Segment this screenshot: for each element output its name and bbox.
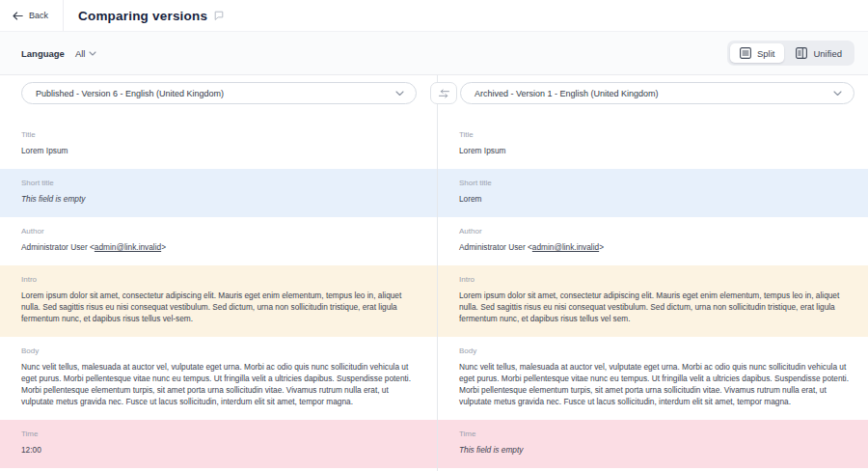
field-value: Lorem Ipsum: [21, 145, 416, 156]
diff-cell-right: TimeThis field is empty: [437, 420, 868, 468]
author-email-link[interactable]: admin@link.invalid: [532, 242, 599, 252]
field-value: Lorem ipsum dolor sit amet, consectetur …: [459, 290, 854, 324]
field-label: Author: [21, 227, 416, 236]
author-name-text: >: [599, 242, 604, 252]
diff-cell-right: AuthorAdministrator User <admin@link.inv…: [437, 217, 868, 265]
chevron-down-icon: [395, 91, 404, 97]
right-version-value: Archived - Version 1 - English (United K…: [475, 89, 659, 98]
split-view-label: Split: [757, 48, 774, 59]
field-value: Lorem ipsum dolor sit amet, consectetur …: [21, 290, 416, 324]
swap-versions-button[interactable]: [430, 82, 457, 104]
author-email-link[interactable]: admin@link.invalid: [95, 242, 161, 252]
field-label: Body: [459, 346, 854, 355]
view-mode-toggle: Split Unified: [727, 41, 854, 66]
unified-view-icon: [796, 47, 807, 59]
unified-view-label: Unified: [813, 48, 842, 59]
chevron-down-icon: [89, 51, 96, 56]
comparing-versions-page: Back Comparing versions Language All: [0, 0, 868, 471]
left-version-select[interactable]: Published - Version 6 - English (United …: [21, 82, 417, 104]
back-button[interactable]: Back: [0, 0, 63, 31]
split-view-button[interactable]: Split: [730, 43, 784, 63]
field-row-author: AuthorAdministrator User <admin@link.inv…: [0, 217, 868, 265]
field-row-body: BodyNunc velit tellus, malesuada at auct…: [0, 337, 868, 420]
diff-cell-left: Time12:00: [0, 420, 437, 468]
field-label: Author: [459, 227, 854, 236]
field-value: Nunc velit tellus, malesuada at auctor v…: [459, 361, 854, 407]
field-label: Intro: [459, 275, 854, 284]
page-title: Comparing versions: [78, 9, 207, 23]
field-value: Nunc velit tellus, malesuada at auctor v…: [21, 361, 416, 407]
language-selector[interactable]: All: [75, 48, 97, 59]
diff-cell-right: Short titleLorem: [437, 169, 868, 217]
field-row-time: Time12:00TimeThis field is empty: [0, 420, 868, 468]
split-view-icon: [740, 47, 751, 59]
field-label: Time: [459, 429, 854, 438]
comment-bubble-icon: [214, 11, 224, 20]
version-selector-row: Published - Version 6 - English (United …: [0, 75, 868, 121]
diff-cell-right: TitleLorem Ipsum: [437, 121, 868, 169]
diff-cell-left: Short titleThis field is empty: [0, 169, 437, 217]
back-label: Back: [29, 11, 48, 20]
field-label: Intro: [21, 275, 416, 284]
field-row-title: TitleLorem IpsumTitleLorem Ipsum: [0, 121, 868, 169]
author-name-text: Administrator User <: [459, 242, 532, 252]
header-divider: [63, 0, 64, 31]
field-value: Administrator User <admin@link.invalid>: [459, 241, 854, 253]
toolbar: Language All Split: [0, 31, 868, 75]
field-row-intro: IntroLorem ipsum dolor sit amet, consect…: [0, 265, 868, 337]
field-value: This field is empty: [459, 444, 854, 456]
right-version-select[interactable]: Archived - Version 1 - English (United K…: [460, 82, 854, 104]
field-value: 12:00: [21, 444, 416, 456]
field-value: Lorem: [459, 193, 854, 205]
field-value: This field is empty: [21, 193, 416, 205]
chevron-down-icon: [833, 91, 842, 97]
language-label: Language: [21, 48, 65, 59]
field-row-short-title: Short titleThis field is emptyShort titl…: [0, 169, 868, 217]
column-divider: [437, 75, 438, 471]
diff-cell-left: BodyNunc velit tellus, malesuada at auct…: [0, 337, 437, 420]
header: Back Comparing versions: [0, 0, 868, 31]
diff-cell-left: AuthorAdministrator User <admin@link.inv…: [0, 217, 437, 265]
field-label: Time: [21, 429, 416, 438]
diff-cell-right: IntroLorem ipsum dolor sit amet, consect…: [437, 265, 868, 337]
diff-cell-left: IntroLorem ipsum dolor sit amet, consect…: [0, 265, 437, 337]
language-value: All: [75, 48, 86, 59]
diff-cell-right: BodyNunc velit tellus, malesuada at auct…: [437, 337, 868, 420]
swap-icon: [438, 89, 450, 98]
field-label: Title: [459, 130, 854, 139]
diff-cell-left: TitleLorem Ipsum: [0, 121, 437, 169]
field-label: Title: [21, 130, 416, 139]
left-version-value: Published - Version 6 - English (United …: [36, 89, 224, 98]
diff-rows: TitleLorem IpsumTitleLorem IpsumShort ti…: [0, 121, 868, 468]
field-value: Lorem Ipsum: [459, 145, 854, 156]
field-label: Short title: [21, 179, 416, 187]
author-name-text: Administrator User <: [21, 242, 95, 252]
unified-view-button[interactable]: Unified: [786, 43, 852, 63]
back-arrow-icon: [13, 12, 23, 20]
author-name-text: >: [161, 242, 166, 252]
field-label: Body: [21, 346, 416, 355]
field-label: Short title: [459, 179, 854, 187]
language-filter: Language All: [21, 48, 96, 59]
field-value: Administrator User <admin@link.invalid>: [21, 241, 416, 253]
diff-content: Published - Version 6 - English (United …: [0, 75, 868, 471]
